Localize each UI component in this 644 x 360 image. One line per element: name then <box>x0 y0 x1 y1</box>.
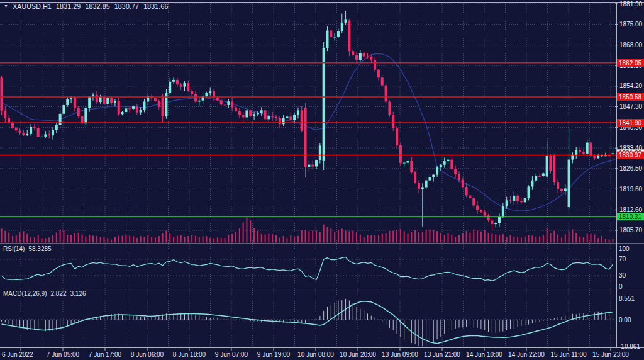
volume-bar <box>136 238 138 243</box>
ohlc-close: 1831.66 <box>143 3 168 10</box>
volume-bar <box>565 234 566 242</box>
volume-bar <box>389 231 390 243</box>
candle-body <box>275 117 277 118</box>
volume-bar <box>158 236 160 242</box>
price-tick-label: 1826.50 <box>619 165 643 172</box>
candle-body <box>245 110 248 117</box>
volume-bar <box>261 234 262 243</box>
candle-body <box>62 105 65 114</box>
volume-bar <box>543 235 544 242</box>
volume-bar <box>63 230 64 242</box>
time-tick-label: 7 Jun 05:00 <box>47 351 80 358</box>
chart-menu-icon[interactable]: ▼ <box>4 4 8 8</box>
volume-bar <box>528 235 530 243</box>
candle-body <box>220 100 223 104</box>
volume-bar <box>111 240 112 243</box>
volume-bar <box>279 238 280 243</box>
volume-bar <box>334 232 335 243</box>
rsi-indicator-name: RSI(14) <box>3 245 25 252</box>
volume-bar <box>305 230 306 242</box>
volume-bar <box>85 236 86 242</box>
candle-body <box>414 172 416 183</box>
volume-bar <box>243 222 244 242</box>
volume-bar <box>448 233 449 243</box>
candle-body <box>498 217 501 223</box>
candle-body <box>264 110 267 119</box>
volume-bar <box>1 228 3 242</box>
volume-bar <box>609 240 610 243</box>
volume-bar <box>301 230 303 242</box>
volume-bar <box>56 232 57 242</box>
volume-bar <box>386 233 387 243</box>
volume-bar <box>392 231 394 243</box>
candle-body <box>330 31 332 37</box>
volume-bar <box>180 235 182 243</box>
macd-tick-label: -10.861 <box>619 343 640 350</box>
volume-bar <box>297 236 299 243</box>
volume-bar <box>107 238 108 242</box>
candle-body <box>440 165 442 167</box>
candle-body <box>11 123 14 128</box>
volume-bar <box>440 233 441 242</box>
candle-body <box>399 145 402 163</box>
candle-body <box>484 212 486 216</box>
volume-bar <box>52 235 53 242</box>
volume-bar <box>370 235 372 242</box>
volume-bar <box>531 235 533 242</box>
candle-body <box>184 83 186 87</box>
volume-bar <box>583 237 584 243</box>
candle-body <box>359 53 362 60</box>
volume-bar <box>26 234 28 243</box>
candle-body <box>162 97 164 116</box>
volume-bar <box>228 235 229 243</box>
candle-body <box>476 206 479 210</box>
volume-bar <box>209 238 211 243</box>
candle-body <box>249 110 252 116</box>
volume-bar <box>517 237 518 242</box>
candle-body <box>564 188 567 191</box>
volume-bar <box>569 231 570 242</box>
volume-bar <box>477 230 478 242</box>
volume-bar <box>203 236 204 242</box>
volume-bar <box>294 236 295 242</box>
time-tick-label: 15 Jun 23:00 <box>592 351 629 358</box>
volume-bar <box>352 230 353 242</box>
price-tick-label: 1881.90 <box>619 1 643 8</box>
volume-bar <box>429 230 430 243</box>
chart-canvas[interactable]: 1881.901875.001868.001861.101854.201847.… <box>0 0 644 360</box>
time-tick-label: 15 Jun 11:00 <box>550 351 587 358</box>
volume-bar <box>23 231 24 242</box>
support-badge-text: 1810.31 <box>619 213 642 220</box>
candle-body <box>8 118 10 122</box>
volume-bar <box>338 230 339 243</box>
candle-body <box>454 169 457 174</box>
candle-body <box>557 182 559 189</box>
candle-body <box>546 156 548 177</box>
candle-body <box>428 177 431 181</box>
candle-body <box>286 116 288 118</box>
volume-bar <box>103 237 104 243</box>
candle-body <box>491 220 493 224</box>
volume-bar <box>330 228 331 242</box>
candle-body <box>502 206 504 217</box>
candle-body <box>575 150 577 155</box>
candle-body <box>110 98 113 103</box>
candle-body <box>582 152 585 154</box>
time-tick-label: 8 Jun 18:00 <box>173 351 206 358</box>
candle-body <box>542 173 545 176</box>
candle-body <box>509 200 511 201</box>
candle-body <box>506 200 508 206</box>
volume-bar <box>272 234 273 242</box>
candle-body <box>267 116 270 119</box>
price-tick-label: 1812.60 <box>619 206 643 213</box>
candle-body <box>128 108 131 109</box>
candle-body <box>355 55 358 60</box>
volume-bar <box>364 237 365 242</box>
candle-body <box>469 196 471 198</box>
candle-body <box>88 97 91 108</box>
volume-bar <box>480 232 482 243</box>
volume-bar <box>16 235 17 242</box>
volume-bar <box>408 233 409 242</box>
volume-bar <box>45 238 46 242</box>
candle-body <box>52 130 54 136</box>
